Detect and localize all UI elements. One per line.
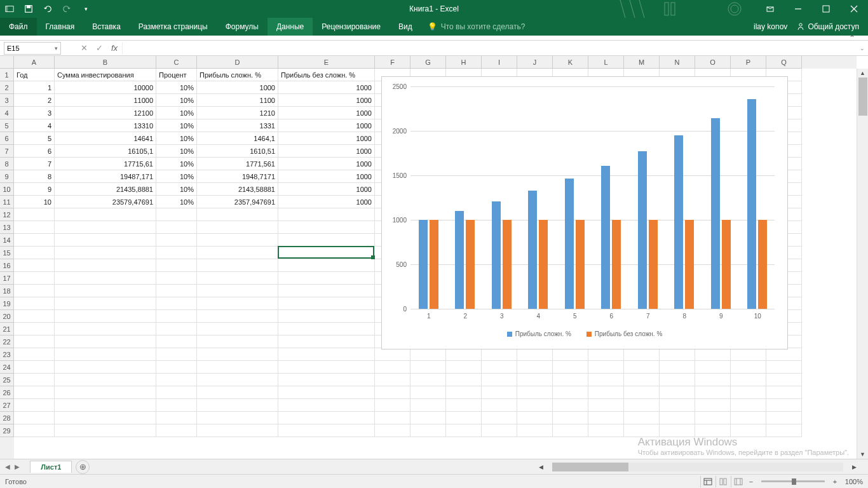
row-header[interactable]: 23 [0, 348, 14, 361]
cell[interactable] [55, 259, 156, 272]
share-button[interactable]: Общий доступ [796, 22, 859, 31]
cell[interactable] [695, 412, 731, 424]
cell[interactable] [624, 348, 660, 361]
chart-bar[interactable] [674, 135, 683, 309]
cell[interactable] [446, 374, 482, 386]
cell[interactable] [517, 386, 553, 399]
cell[interactable]: 17715,61 [55, 158, 156, 170]
chart-bar[interactable] [758, 220, 767, 309]
cell[interactable]: 21435,8881 [55, 183, 156, 196]
expand-formula-button[interactable]: ⌄ [857, 45, 868, 51]
cell[interactable] [695, 399, 731, 412]
cell[interactable] [660, 412, 695, 424]
row-header[interactable]: 21 [0, 323, 14, 336]
cell[interactable] [410, 386, 446, 399]
cell[interactable] [156, 221, 197, 234]
zoom-level[interactable]: 100% [845, 478, 863, 485]
cell[interactable] [14, 323, 55, 336]
cell[interactable] [624, 412, 660, 424]
col-header[interactable]: O [695, 56, 731, 69]
cell[interactable]: 19487,171 [55, 170, 156, 183]
cell[interactable]: Прибыль сложн. % [197, 69, 278, 81]
col-header[interactable]: K [553, 56, 588, 69]
cell[interactable]: 1 [14, 81, 55, 94]
cell[interactable] [156, 399, 197, 412]
cell[interactable] [14, 247, 55, 259]
cell[interactable] [278, 297, 375, 310]
row-header[interactable]: 26 [0, 386, 14, 399]
ribbon-collapse-button[interactable]: ⌃ [0, 36, 868, 41]
chart-bar[interactable] [430, 220, 438, 309]
cell[interactable] [731, 348, 766, 361]
row-header[interactable]: 28 [0, 412, 14, 424]
row-header[interactable]: 18 [0, 285, 14, 297]
minimize-button[interactable] [784, 0, 812, 18]
cell[interactable] [375, 399, 410, 412]
row-header[interactable]: 10 [0, 183, 14, 196]
row-header[interactable]: 29 [0, 424, 14, 437]
cell[interactable]: 4 [14, 119, 55, 132]
name-box[interactable]: E15 [4, 42, 61, 55]
chart-bar[interactable] [601, 166, 610, 309]
chart-bar[interactable] [539, 220, 548, 309]
cell[interactable] [278, 424, 375, 437]
cell[interactable] [14, 208, 55, 221]
cell[interactable] [410, 412, 446, 424]
cell[interactable] [197, 234, 278, 247]
chart-bar[interactable] [638, 151, 647, 309]
cell[interactable] [410, 348, 446, 361]
cell[interactable] [197, 348, 278, 361]
page-layout-button[interactable] [715, 476, 731, 487]
cell[interactable] [156, 208, 197, 221]
ribbon-options-button[interactable] [756, 0, 784, 18]
cell[interactable] [14, 361, 55, 374]
cell[interactable] [731, 412, 766, 424]
col-header[interactable]: M [624, 56, 660, 69]
cell[interactable] [55, 412, 156, 424]
chart-bar[interactable] [419, 220, 428, 309]
cell[interactable] [14, 272, 55, 285]
cell[interactable]: 14641 [55, 132, 156, 145]
cell[interactable] [278, 336, 375, 348]
cell[interactable] [517, 374, 553, 386]
cell[interactable]: 10 [14, 196, 55, 208]
ribbon-tab-формулы[interactable]: Формулы [217, 18, 268, 36]
cell[interactable] [553, 361, 588, 374]
cell[interactable]: 10% [156, 94, 197, 107]
cell[interactable] [731, 374, 766, 386]
save-button[interactable] [19, 0, 38, 18]
cell[interactable] [197, 399, 278, 412]
cell[interactable]: 13310 [55, 119, 156, 132]
col-header[interactable]: P [731, 56, 766, 69]
cell[interactable] [14, 259, 55, 272]
cell[interactable] [55, 323, 156, 336]
sheet-tab[interactable]: Лист1 [30, 461, 72, 473]
cell[interactable] [588, 374, 624, 386]
cell[interactable] [156, 297, 197, 310]
cell[interactable] [410, 399, 446, 412]
cell[interactable]: 1000 [197, 81, 278, 94]
cell[interactable] [375, 361, 410, 374]
chart-bar[interactable] [685, 220, 694, 309]
cell[interactable] [446, 348, 482, 361]
close-button[interactable] [840, 0, 868, 18]
cell[interactable] [278, 208, 375, 221]
cell[interactable] [553, 374, 588, 386]
cell[interactable] [197, 221, 278, 234]
cell[interactable] [156, 259, 197, 272]
cell[interactable] [517, 412, 553, 424]
chart-bar[interactable] [722, 220, 731, 309]
cell[interactable] [156, 336, 197, 348]
cell[interactable]: 5 [14, 132, 55, 145]
user-name[interactable]: ilay konov [754, 22, 787, 31]
cell[interactable] [660, 424, 695, 437]
chart-bar[interactable] [503, 220, 512, 309]
cell[interactable] [553, 386, 588, 399]
cell[interactable]: Прибыль без сложн. % [278, 69, 375, 81]
cell[interactable] [410, 424, 446, 437]
cell[interactable]: 1000 [278, 81, 375, 94]
cell[interactable] [482, 386, 517, 399]
cell[interactable] [14, 221, 55, 234]
cell[interactable]: 1000 [278, 94, 375, 107]
cell[interactable] [197, 386, 278, 399]
